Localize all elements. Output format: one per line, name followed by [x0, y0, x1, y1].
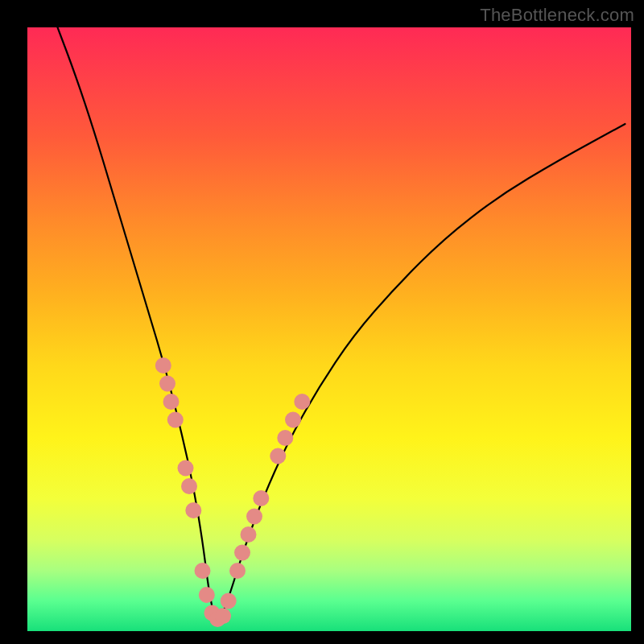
data-marker — [241, 526, 257, 543]
data-marker — [221, 593, 237, 609]
data-marker — [195, 563, 211, 579]
data-marker — [270, 448, 286, 464]
data-marker — [159, 376, 175, 392]
data-marker — [178, 460, 194, 477]
data-marker — [277, 430, 293, 446]
data-marker — [199, 587, 215, 603]
data-marker — [285, 412, 301, 428]
data-marker — [155, 357, 171, 374]
chart-stage: TheBottleneck.com — [0, 0, 644, 644]
data-marker — [229, 563, 246, 579]
data-marker — [246, 509, 262, 525]
data-marker — [253, 490, 269, 506]
data-marker — [234, 545, 250, 561]
data-marker — [294, 394, 310, 410]
watermark-text: TheBottleneck.com — [480, 5, 634, 26]
data-marker — [181, 478, 197, 494]
curve-svg — [27, 27, 631, 631]
data-marker — [167, 412, 184, 428]
plot-area — [27, 27, 631, 631]
data-marker — [215, 608, 231, 624]
data-marker — [185, 502, 201, 518]
data-marker — [163, 394, 180, 410]
bottleneck-curve — [58, 27, 625, 619]
